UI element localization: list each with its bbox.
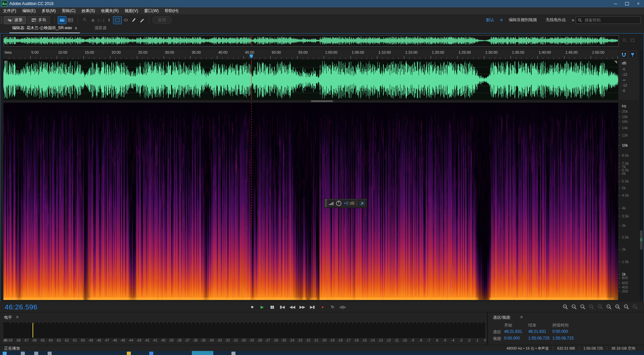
vertical-scrollbar-thumb[interactable] xyxy=(640,230,643,250)
waveform-canvas[interactable] xyxy=(3,60,618,100)
zoom-to-selection-button[interactable]: ▫ xyxy=(580,304,586,310)
ruler-major-tick xyxy=(30,56,31,59)
vertical-zoom-scrollbar[interactable] xyxy=(640,50,643,300)
ruler-minor-tick xyxy=(452,57,452,59)
maximize-button[interactable] xyxy=(621,0,633,7)
menu-item[interactable]: 编辑(E) xyxy=(19,7,39,14)
menu-item[interactable]: 窗口(W) xyxy=(141,7,162,14)
magnifier-icon: [ xyxy=(589,304,594,310)
status-separator xyxy=(579,346,579,350)
workspace-item[interactable]: 编辑音频到视频 xyxy=(509,17,537,23)
waveform-display[interactable] xyxy=(3,60,618,100)
fast-forward-button[interactable]: ▶▶ xyxy=(299,303,306,311)
workspace-menu-icon[interactable]: ≡ xyxy=(500,17,503,22)
taskbar-icon-icon[interactable] xyxy=(149,352,153,355)
spot-healing-brush-tool[interactable] xyxy=(138,16,146,24)
menu-item[interactable]: 剪辑(C) xyxy=(59,7,78,14)
timeline-ruler[interactable]: hms 5:0010:0015:0020:0025:0030:0035:0040… xyxy=(3,50,618,59)
taskbar-active-app-icon[interactable] xyxy=(192,351,213,355)
windows-taskbar[interactable] xyxy=(0,351,644,355)
marker-button[interactable] xyxy=(629,51,637,59)
close-button[interactable]: × xyxy=(633,0,644,7)
taskbar-icon-icon[interactable] xyxy=(34,352,38,355)
ruler-minor-tick xyxy=(607,57,607,59)
levels-panel-menu-icon[interactable]: ≡ xyxy=(16,315,18,319)
gain-hud[interactable]: +0 dB xyxy=(324,199,367,208)
workspace-overflow-button[interactable]: » xyxy=(572,17,574,22)
waveform-scrollbar[interactable] xyxy=(311,100,333,102)
playhead-time-display[interactable]: 46:26.596 xyxy=(5,303,38,311)
skip-back-button[interactable]: ▮◀ xyxy=(278,303,286,311)
play-button[interactable]: ▶ xyxy=(258,303,266,311)
ruler-minor-tick xyxy=(425,57,426,59)
paintbrush-selection-tool[interactable] xyxy=(130,16,138,24)
waveform-display-toggle[interactable] xyxy=(66,16,74,24)
zoom-in-amplitude-button[interactable]: + xyxy=(615,304,621,310)
toolbar-grip[interactable] xyxy=(1,16,2,24)
menu-item[interactable]: 帮助(H) xyxy=(162,7,181,14)
taskbar-icon-icon[interactable] xyxy=(231,352,235,355)
marquee-selection-tool[interactable] xyxy=(113,16,122,24)
waveform-view-button[interactable]: 波形 xyxy=(4,16,26,24)
tab-editor[interactable]: 编辑器: 花木兰-公映国语_SR.wav ≡ xyxy=(9,24,80,33)
minimize-button[interactable] xyxy=(610,0,621,7)
zoom-selection-full-button[interactable]: ▫ xyxy=(606,304,612,310)
overview-waveform-canvas[interactable] xyxy=(4,36,618,46)
lasso-selection-tool[interactable]: ⬭ xyxy=(122,16,130,24)
spectrogram-canvas[interactable] xyxy=(3,103,618,300)
loop-playback-button[interactable]: ↻ xyxy=(329,303,336,311)
skip-selection-button[interactable]: ◀▮▶ xyxy=(339,303,346,311)
ruler-minor-tick xyxy=(286,57,287,59)
fade-out-handle[interactable] xyxy=(614,61,617,64)
zoom-out-amplitude-button[interactable]: − xyxy=(624,304,629,310)
gain-knob[interactable] xyxy=(336,200,342,206)
menu-item[interactable]: 收藏夹(R) xyxy=(98,7,122,14)
zoom-in-time-button[interactable]: + xyxy=(562,304,568,310)
view-end-value[interactable]: 1:55:08.725 xyxy=(528,336,549,341)
menu-item[interactable]: 多轨(M) xyxy=(39,7,59,14)
help-search-input[interactable] xyxy=(584,17,632,23)
frequency-tick xyxy=(619,121,620,122)
overview-navigator[interactable] xyxy=(3,35,619,47)
spectrogram-display[interactable] xyxy=(3,103,618,300)
selection-start-value[interactable]: 46:21.631 xyxy=(504,329,522,334)
editor-tab-menu-icon[interactable]: ≡ xyxy=(75,26,77,31)
fade-in-handle[interactable] xyxy=(4,61,7,64)
ruler-minor-tick xyxy=(559,57,559,59)
multitrack-view-button[interactable]: 多轨 xyxy=(28,16,50,24)
hud-pin-button[interactable] xyxy=(359,200,366,207)
selection-panel-menu-icon[interactable]: ≡ xyxy=(520,315,523,319)
menu-item[interactable]: 视图(V) xyxy=(122,7,141,14)
meter-scale-number: -20 xyxy=(322,339,326,342)
time-selection-tool[interactable]: I xyxy=(105,16,113,24)
help-search-box[interactable] xyxy=(576,16,641,24)
meter-unit-label: dB xyxy=(3,339,7,342)
view-start-value[interactable]: 0:00.000 xyxy=(504,336,520,341)
workspace-default[interactable]: 默认 xyxy=(486,17,494,23)
frequency-tick xyxy=(619,167,620,167)
taskbar-icon-icon[interactable] xyxy=(48,352,52,355)
taskbar-icon-icon[interactable] xyxy=(21,352,25,355)
menu-item[interactable]: 效果(S) xyxy=(78,7,98,14)
level-meter[interactable] xyxy=(3,322,486,339)
frequency-tick-label: 2.5k xyxy=(622,235,629,239)
view-duration-value[interactable]: 1:55:08.725 xyxy=(552,336,574,341)
hud-drag-grip[interactable] xyxy=(325,199,327,207)
selection-end-value[interactable]: 46:21.631 xyxy=(528,329,546,334)
zoom-out-time-button[interactable]: − xyxy=(571,304,577,310)
skip-forward-button[interactable]: ▶▮ xyxy=(309,303,316,311)
menu-item[interactable]: 文件(F) xyxy=(0,7,19,14)
selection-duration-value[interactable]: 0:00.000 xyxy=(552,329,568,334)
stop-button[interactable]: ■ xyxy=(248,303,256,311)
tab-mixer[interactable]: 混音器 xyxy=(92,24,109,33)
rewind-button[interactable]: ◀◀ xyxy=(288,303,296,311)
taskbar-icon-icon[interactable] xyxy=(127,352,131,355)
taskbar-start-icon[interactable] xyxy=(3,352,7,355)
overview-fit-icon[interactable] xyxy=(629,37,636,44)
spectral-display-toggle[interactable] xyxy=(58,16,66,24)
record-button[interactable]: ● xyxy=(319,303,326,311)
workspace-item[interactable]: 无线电作品 xyxy=(546,17,566,23)
overview-zoom-out-icon[interactable] xyxy=(621,37,628,44)
pause-button[interactable]: ▮▮ xyxy=(268,303,276,311)
snapping-toggle-button[interactable] xyxy=(620,51,628,59)
